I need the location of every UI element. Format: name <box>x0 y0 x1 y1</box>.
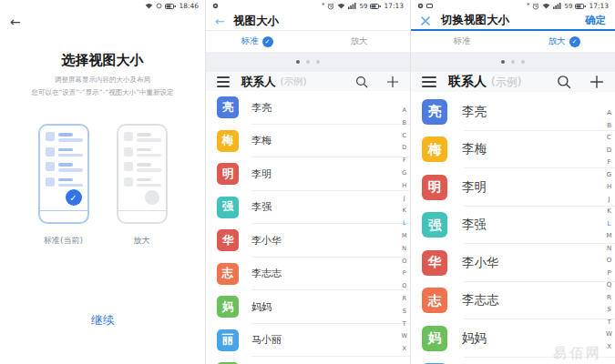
menu-icon[interactable] <box>217 76 230 86</box>
add-contact-icon[interactable] <box>386 76 399 88</box>
index-letter[interactable]: A <box>403 106 406 119</box>
close-icon[interactable] <box>420 15 431 26</box>
preview-avatar <box>46 162 55 171</box>
page-dot <box>306 60 310 64</box>
contact-row[interactable]: 强李强 <box>411 207 615 245</box>
contact-avatar: 妈 <box>422 326 447 351</box>
contact-row[interactable]: 明李明 <box>206 157 410 191</box>
tab-zoom[interactable]: 放大 <box>308 31 410 52</box>
contact-row[interactable]: 明李明 <box>411 168 615 207</box>
contact-avatar: 梅 <box>422 136 447 162</box>
menu-icon[interactable] <box>422 76 436 87</box>
option-zoom[interactable]: 放大 <box>117 124 168 247</box>
data-circle-icon <box>156 3 162 9</box>
index-letter[interactable]: X <box>403 345 406 358</box>
contact-avatar: 华 <box>217 229 239 251</box>
back-icon[interactable]: ← <box>10 15 21 28</box>
index-letter[interactable]: H <box>402 182 406 195</box>
back-icon[interactable]: ← <box>215 15 225 27</box>
index-letter[interactable]: N <box>607 245 611 258</box>
tab-standard[interactable]: 标准 <box>411 31 513 52</box>
index-letter[interactable]: X <box>607 343 611 356</box>
index-letter[interactable]: W <box>402 332 407 345</box>
continue-button[interactable]: 继续 <box>0 313 205 329</box>
index-letter[interactable]: C <box>607 134 611 147</box>
contact-name: 李亮 <box>462 104 487 120</box>
index-letter[interactable]: Q <box>402 282 406 295</box>
contact-row[interactable]: 丽马小丽 <box>206 324 410 358</box>
index-letter[interactable]: F <box>403 157 406 169</box>
contact-row[interactable]: 华李小华 <box>206 224 410 258</box>
preview-footer-line <box>40 210 87 211</box>
preview-line <box>58 163 73 167</box>
index-letter[interactable]: T <box>607 318 610 331</box>
index-letter[interactable]: M <box>402 232 407 245</box>
page-indicator <box>411 52 615 72</box>
add-contact-icon[interactable] <box>589 75 604 89</box>
index-letter[interactable]: L <box>608 220 611 233</box>
screenshot-root: 18:46 ← 选择视图大小 调整屏幕显示内容的大小及布局 您可以在“设置”-“… <box>0 0 615 364</box>
contact-row[interactable]: 梅李梅 <box>411 131 615 169</box>
index-letter[interactable]: Q <box>607 281 612 294</box>
contact-name: 李强 <box>251 200 272 214</box>
contact-row[interactable]: 妈妈妈 <box>206 290 410 324</box>
index-letter[interactable]: P <box>607 269 610 282</box>
index-letter[interactable]: W <box>606 330 612 343</box>
index-letter[interactable]: S <box>607 306 610 318</box>
status-bar: * 59 17:13 <box>206 0 410 12</box>
index-letter[interactable]: H <box>607 183 611 196</box>
index-letter[interactable]: C <box>403 132 407 145</box>
index-letter[interactable]: K <box>403 207 406 219</box>
index-letter[interactable]: B <box>403 119 406 132</box>
search-icon[interactable] <box>557 75 571 89</box>
preview-line <box>137 154 161 157</box>
index-letter[interactable]: D <box>402 144 406 157</box>
index-letter[interactable]: K <box>607 207 611 220</box>
index-letter[interactable]: J <box>609 196 610 208</box>
alphabet-index[interactable]: ABCDFGHJKLMNOPQRSTWX <box>606 109 612 355</box>
page-title: 选择视图大小 <box>0 52 205 69</box>
contact-row[interactable]: 强李强 <box>206 191 410 225</box>
contact-row[interactable]: 志李志志 <box>411 282 615 320</box>
search-icon[interactable] <box>355 76 368 88</box>
index-letter[interactable]: G <box>402 169 406 182</box>
contact-row[interactable]: 志李志志 <box>206 258 410 291</box>
tab-standard[interactable]: 标准 ✓ <box>206 31 308 52</box>
index-letter[interactable]: G <box>607 171 611 184</box>
contacts-toolbar: 联系人 (示例) <box>206 72 410 92</box>
page-dot-active <box>501 60 505 64</box>
preview-line <box>58 178 73 182</box>
index-letter[interactable]: L <box>403 219 406 232</box>
preview-list-row <box>124 162 160 172</box>
status-bar: 18:46 <box>0 0 205 12</box>
index-letter[interactable]: D <box>607 147 611 159</box>
index-letter[interactable]: M <box>607 232 612 245</box>
index-letter[interactable]: P <box>403 269 406 282</box>
contact-row-partial[interactable] <box>206 357 410 364</box>
index-letter[interactable]: R <box>403 295 407 308</box>
index-letter[interactable]: S <box>403 308 406 320</box>
contact-name: 妈妈 <box>462 330 487 347</box>
index-letter[interactable]: R <box>607 294 611 307</box>
index-letter[interactable]: B <box>607 122 611 135</box>
confirm-button[interactable]: 确定 <box>585 14 606 27</box>
tab-zoom[interactable]: 放大 ✓ <box>513 31 615 52</box>
asterisk-status-icon: * <box>322 3 325 9</box>
index-letter[interactable]: F <box>608 158 611 171</box>
index-letter[interactable]: A <box>607 109 611 122</box>
contact-avatar: 梅 <box>217 130 239 152</box>
index-letter[interactable]: O <box>607 257 612 269</box>
index-letter[interactable]: O <box>402 258 406 270</box>
contact-row[interactable]: 亮李亮 <box>206 91 410 125</box>
alphabet-index[interactable]: ABCDFGHJKLMNOPQRSTWX <box>402 106 407 358</box>
page-subtitle-2: 您可以在“设置”-“显示”-“视图大小”中重新设定 <box>0 88 205 97</box>
index-letter[interactable]: J <box>404 195 405 207</box>
contact-avatar: 明 <box>217 163 239 185</box>
index-letter[interactable]: T <box>403 320 406 333</box>
option-standard[interactable]: ✓ 标准(当前) <box>38 124 89 247</box>
index-letter[interactable]: N <box>402 245 406 258</box>
contact-row[interactable]: 梅李梅 <box>206 125 410 158</box>
asterisk-status-icon: * <box>527 3 530 9</box>
contact-row[interactable]: 华李小华 <box>411 244 615 282</box>
contact-row[interactable]: 亮李亮 <box>411 93 615 131</box>
